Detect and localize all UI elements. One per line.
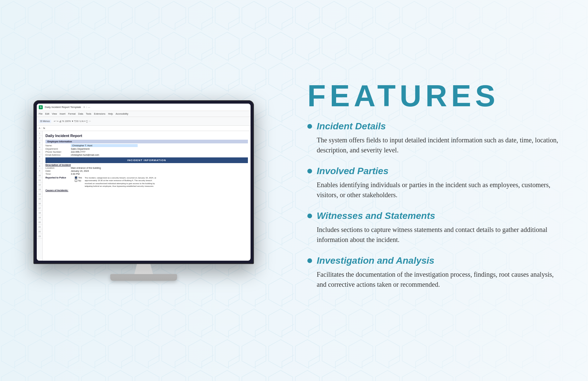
sheet-main: Daily Incident Report Employee Informati… [43,131,251,261]
feature-incident-details: Incident Details The system offers field… [307,121,561,155]
feature-witnesses-statements: Witnesses and Statements Includes sectio… [307,211,561,245]
feature-investigation-analysis: Investigation and Analysis Facilitates t… [307,255,561,289]
date-label: Date: [45,170,69,172]
email-field-row: Email Address: christopher.hunt@mail.com [45,154,248,156]
monitor-base [110,274,177,281]
menu-view: View [52,113,57,115]
monitor-neck [130,264,157,274]
name-field-row: Name: Christopher T. Hunt [45,144,248,147]
formula-content: fx [43,127,45,129]
row-10: 10 [37,173,42,178]
menu-data: Data [78,113,83,115]
time-value: 3:30 PM [71,173,248,175]
no-checkbox-item: No [75,179,82,182]
yes-checkbox: ✓ [75,176,77,179]
no-checkbox [75,179,77,182]
row-13: 13 [37,187,42,192]
sheets-controls: ✕ ○ — [83,106,90,109]
dept-field-row: Department: Sales Department [45,148,248,150]
row-9: 9 [37,168,42,173]
bullet-2 [307,169,312,173]
date-field-row: Date: January 19, 2024 [45,170,248,172]
menu-help: Help [108,113,113,115]
name-label: Name: [45,144,69,147]
row-17: 17 [37,206,42,211]
row-12: 12 [37,182,42,187]
time-field-row: Time: 3:30 PM [45,173,248,175]
feature-2-name: Involved Parties [317,166,389,176]
left-panel: S Daily Incident Report Template ✕ ○ — F… [0,0,287,381]
report-title: Daily Incident Report [45,134,248,138]
row-11: 11 [37,178,42,182]
row-1: 1 [37,131,42,136]
menu-format: Format [68,113,76,115]
menu-insert: Insert [59,113,65,115]
narrative-text: The incident, categorized as a security … [85,176,158,188]
dept-label: Department: [45,148,69,150]
row-3: 3 [37,140,42,145]
employee-section-header: Employee Information [45,140,248,143]
feature-1-name: Incident Details [317,121,386,132]
police-label: Reported to Police [45,176,72,188]
feature-4-heading: Investigation and Analysis [307,255,561,266]
row-21: 21 [37,225,42,229]
monitor-screen-outer: S Daily Incident Report Template ✕ ○ — F… [33,100,254,264]
feature-1-desc: The system offers fields to input detail… [307,135,561,155]
sheets-title: Daily Incident Report Template [45,106,81,109]
description-label: Description of Incident [45,164,248,166]
row-6: 6 [37,154,42,159]
row-20: 20 [37,220,42,225]
bullet-4 [307,258,312,263]
name-value: Christopher T. Hunt [71,144,138,147]
menu-tools: Tools [86,113,91,115]
toolbar-icons: ↩ ↪ 🖨 % 100% ▼ ¶ B I U A ≡ ∑ ⋯ [54,120,91,123]
email-value: christopher.hunt@mail.com [71,154,248,156]
feature-2-heading: Involved Parties [307,166,561,176]
menu-file: File [39,113,42,115]
row-8: 8 [37,164,42,168]
causes-label: Causes of Incidents: [45,189,248,192]
row-16: 16 [37,201,42,206]
menu-extensions: Extensions [94,113,105,115]
row-5: 5 [37,150,42,154]
row-2: 2 [37,136,42,140]
monitor-screen: S Daily Incident Report Template ✕ ○ — F… [37,104,251,261]
menu-edit: Edit [45,113,49,115]
feature-1-heading: Incident Details [307,121,561,132]
feature-4-name: Investigation and Analysis [317,255,434,266]
row-19: 19 [37,215,42,220]
yes-checkbox-item: ✓ Yes [75,176,82,179]
location-value: Main entrance of the building [71,167,248,169]
row-7: 7 [37,159,42,164]
checkbox-group: ✓ Yes No [75,176,82,188]
yes-label: Yes [78,176,82,179]
row-4: 4 [37,145,42,150]
incident-info-header: INCIDENT INFORMATION [45,157,248,163]
no-label: No [78,179,81,182]
sheets-title-bar: S Daily Incident Report Template ✕ ○ — [37,104,251,111]
sheets-toolbar: ☰ Menus ↩ ↪ 🖨 % 100% ▼ ¶ B I U A ≡ ∑ ⋯ [37,117,251,126]
police-section: Reported to Police ✓ Yes No [45,176,248,188]
phone-label: Phone Number: [45,151,69,153]
time-label: Time: [45,173,69,175]
feature-4-desc: Facilitates the documentation of the inv… [307,269,561,289]
feature-3-name: Witnesses and Statements [317,211,435,221]
monitor-wrapper: S Daily Incident Report Template ✕ ○ — F… [30,100,257,281]
row-numbers: 1 2 3 4 5 6 7 8 9 10 11 12 13 14 [37,131,43,261]
row-15: 15 [37,197,42,201]
features-title: FEATURES [307,81,561,111]
row-22: 22 [37,229,42,234]
sheet-content: 1 2 3 4 5 6 7 8 9 10 11 12 13 14 [37,131,251,261]
dept-value: Sales Department [71,148,248,150]
formula-bar: A fx [37,126,251,131]
date-value: January 19, 2024 [71,170,248,172]
bullet-1 [307,124,312,129]
toolbar-menus: ☰ Menus [39,120,51,123]
feature-2-desc: Enables identifying individuals or parti… [307,180,561,200]
bullet-3 [307,214,312,218]
row-23: 23 [37,234,42,239]
sheets-app-icon: S [39,105,43,109]
right-panel: FEATURES Incident Details The system off… [287,0,588,381]
phone-value: 222-555-7777 [71,151,248,153]
row-14: 14 [37,192,42,197]
